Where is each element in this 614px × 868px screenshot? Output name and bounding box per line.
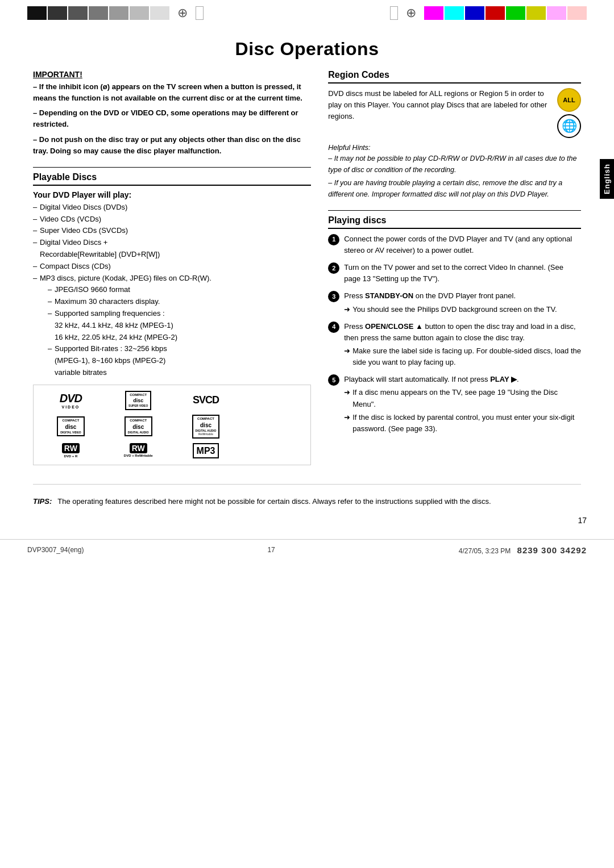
color-swatch xyxy=(424,6,443,20)
list-item: Video CDs (VCDs) xyxy=(33,214,311,226)
dvd-rw-logo: RW DVD + R xyxy=(62,443,80,459)
playing-discs-section: Playing discs 1 Connect the power cords … xyxy=(328,215,581,435)
english-tab: English xyxy=(600,159,614,199)
disc-logo-digital-audio: COMPACT disc DIGITAL AUDIO xyxy=(125,416,152,436)
color-swatch xyxy=(89,6,108,20)
steps-list: 1 Connect the power cords of the DVD Pla… xyxy=(328,233,581,435)
hints-title: Helpful Hints: xyxy=(328,143,581,153)
color-swatch xyxy=(150,6,169,20)
region-description: DVD discs must be labeled for ALL region… xyxy=(328,89,547,120)
disc-logo-rewritable: COMPACT disc DIGITAL AUDIO ReWritable xyxy=(192,415,220,439)
list-item: Supported Bit-rates : 32~256 kbps(MPEG-1… xyxy=(48,343,311,378)
color-swatch xyxy=(547,6,566,20)
step-3-note: ➜ You should see the Philips DVD backgro… xyxy=(344,304,581,315)
step-5-note-1-text: If a disc menu appears on the TV, see pa… xyxy=(352,387,581,410)
right-color-strips xyxy=(424,6,587,20)
disc-logo-digital-video: COMPACT disc DIGITAL VIDEO xyxy=(57,416,84,436)
step-4-note-text: Make sure the label side is facing up. F… xyxy=(352,345,581,368)
important-point-3: – Do not push on the disc tray or put an… xyxy=(33,134,311,157)
right-bar-group xyxy=(390,5,587,22)
important-text: – If the inhibit icon (ø) appears on the… xyxy=(33,81,311,157)
dvd-logo: DVD VIDEO xyxy=(60,391,82,410)
color-swatch xyxy=(48,6,67,20)
page-number-display: 17 xyxy=(0,513,614,528)
step-2-content: Turn on the TV power and set to the corr… xyxy=(344,262,581,285)
step-number-2: 2 xyxy=(328,262,339,274)
step-4-content: Press OPEN/CLOSE ▲ button to open the di… xyxy=(344,321,581,369)
arrow-icon: ➜ xyxy=(344,345,350,357)
step-5-note-2: ➜ If the disc is locked by parental cont… xyxy=(344,412,581,435)
color-swatch xyxy=(567,6,587,20)
step-5: 5 Playback will start automatically. If … xyxy=(328,374,581,435)
step-4: 4 Press OPEN/CLOSE ▲ button to open the … xyxy=(328,321,581,369)
list-item: Maximum 30 characters display. xyxy=(48,296,311,308)
playable-discs-section: Playable Discs Your DVD Player will play… xyxy=(33,172,311,465)
registration-mark-right xyxy=(403,5,420,22)
step-3-note-text: You should see the Philips DVD backgroun… xyxy=(352,304,557,315)
region-codes-section: Region Codes DVD discs must be labeled f… xyxy=(328,70,581,200)
spacer xyxy=(390,6,398,20)
list-item: MP3 discs, picture (Kodak, JPEG) files o… xyxy=(33,273,311,379)
important-point-1: – If the inhibit icon (ø) appears on the… xyxy=(33,81,311,104)
left-bar-group xyxy=(27,5,204,22)
important-label: IMPORTANT! xyxy=(33,70,311,79)
step-2: 2 Turn on the TV power and set to the co… xyxy=(328,262,581,285)
content-area: IMPORTANT! – If the inhibit icon (ø) app… xyxy=(27,70,587,475)
helpful-hints: Helpful Hints: – It may not be possible … xyxy=(328,143,581,200)
globe-icon: 🌐 xyxy=(557,114,581,138)
dvd-rww-logo: RW DVD + ReWritable xyxy=(124,444,153,458)
step-5-note-1: ➜ If a disc menu appears on the TV, see … xyxy=(344,387,581,410)
step-5-note-2-text: If the disc is locked by parental contro… xyxy=(352,412,581,435)
color-swatch xyxy=(465,6,484,20)
important-point-2: – Depending on the DVD or VIDEO CD, some… xyxy=(33,107,311,130)
step-1-content: Connect the power cords of the DVD Playe… xyxy=(344,233,581,256)
tips-divider xyxy=(33,484,581,485)
color-swatch xyxy=(526,6,546,20)
list-item: Super Video CDs (SVCDs) xyxy=(33,225,311,237)
step-number-4: 4 xyxy=(328,322,339,333)
playable-discs-subtitle: Your DVD Player will play: xyxy=(33,190,311,199)
important-section: IMPORTANT! – If the inhibit icon (ø) app… xyxy=(33,70,311,157)
svcd-logo: SVCD xyxy=(193,394,219,407)
step-4-note: ➜ Make sure the label side is facing up.… xyxy=(344,345,581,368)
color-swatch xyxy=(486,6,505,20)
tips-box: TIPS: The operating features described h… xyxy=(33,496,581,507)
footer-left: DVP3007_94(eng) xyxy=(27,546,84,554)
arrow-icon: ➜ xyxy=(344,387,350,398)
playing-discs-title: Playing discs xyxy=(328,215,581,229)
list-item: Compact Discs (CDs) xyxy=(33,261,311,273)
hint-1: – It may not be possible to play CD-R/RW… xyxy=(328,153,581,176)
step-number-3: 3 xyxy=(328,291,339,302)
top-color-bar xyxy=(0,0,614,22)
step-3-content: Press STANDBY-ON on the DVD Player front… xyxy=(344,290,581,315)
spacer xyxy=(196,6,204,20)
list-item: Supported sampling frequencies :32 kHz, … xyxy=(48,308,311,343)
divider xyxy=(33,167,311,168)
divider-right xyxy=(328,210,581,211)
color-swatch xyxy=(27,6,47,20)
footer-center-page: 17 xyxy=(267,546,275,554)
left-column: IMPORTANT! – If the inhibit icon (ø) app… xyxy=(33,70,311,475)
region-text: DVD discs must be labeled for ALL region… xyxy=(328,88,551,122)
tips-label: TIPS: xyxy=(33,496,52,507)
step-1: 1 Connect the power cords of the DVD Pla… xyxy=(328,233,581,256)
list-item: JPEG/ISO 9660 format xyxy=(48,284,311,296)
region-codes-title: Region Codes xyxy=(328,70,581,84)
step-3: 3 Press STANDBY-ON on the DVD Player fro… xyxy=(328,290,581,315)
page-footer: DVP3007_94(eng) 17 4/27/05, 3:23 PM 8239… xyxy=(0,539,614,561)
color-swatch xyxy=(68,6,88,20)
color-swatch xyxy=(506,6,525,20)
hint-2: – If you are having trouble playing a ce… xyxy=(328,178,581,200)
region-header: DVD discs must be labeled for ALL region… xyxy=(328,88,581,138)
disc-logos-box: DVD VIDEO COMPACT disc SUPER VIDEO SVCD xyxy=(33,385,311,465)
mp3-logo: MP3 xyxy=(193,443,219,458)
right-column: Region Codes DVD discs must be labeled f… xyxy=(328,70,581,475)
registration-mark-left xyxy=(174,5,191,22)
page-title: Disc Operations xyxy=(27,39,587,60)
left-color-strips xyxy=(27,6,169,20)
arrow-icon: ➜ xyxy=(344,304,350,315)
step-number-5: 5 xyxy=(328,374,339,386)
arrow-icon: ➜ xyxy=(344,412,350,423)
tips-text: The operating features described here mi… xyxy=(57,496,491,507)
list-item: Digital Video Discs (DVDs) xyxy=(33,202,311,214)
